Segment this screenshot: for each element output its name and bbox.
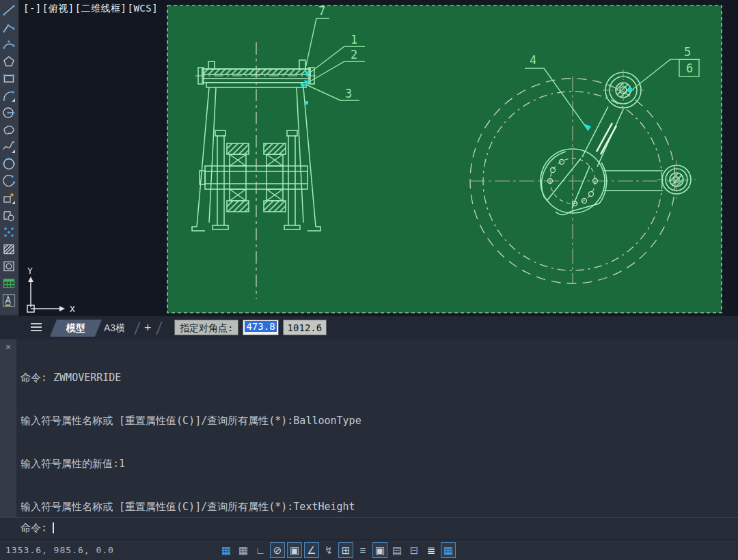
dynamic-input-tooltip: 指定对角点: 473.8 1012.6 <box>174 320 327 335</box>
draw-toolbar <box>0 0 19 316</box>
command-prompt-label: 命令: <box>20 522 47 534</box>
rectangle-tool-icon[interactable] <box>0 70 18 87</box>
command-history-line: 输入符号属性的新值:1 <box>20 457 361 471</box>
layout-tab-bar: 模型 A3横 + 指定对角点: 473.8 1012.6 <box>0 316 738 339</box>
create-block-tool-icon[interactable] <box>0 206 18 223</box>
tab-divider <box>134 322 140 335</box>
arc-continue-tool-icon[interactable] <box>0 87 18 104</box>
balloon-3[interactable]: 3 <box>345 87 352 100</box>
balloon-5[interactable]: 5 <box>684 45 691 59</box>
close-command-panel-icon[interactable]: × <box>0 339 16 352</box>
selection-cycling-icon[interactable]: ⊟ <box>407 542 422 558</box>
command-history-line: 输入符号属性名称或 [重置属性值(C)]/查询所有属性(*):BalloonTy… <box>20 414 361 428</box>
add-layout-button[interactable]: + <box>144 319 152 337</box>
layout-menu-icon[interactable] <box>31 323 42 332</box>
command-panel-strip: × <box>0 339 16 517</box>
quick-properties-icon[interactable]: ▤ <box>390 542 405 558</box>
polygon-tool-icon[interactable] <box>0 53 18 70</box>
workspace-switch-icon[interactable]: ▦ <box>441 542 456 558</box>
command-history-line: 命令: ZWMOVERRIDE <box>20 371 361 385</box>
dynamic-ucs-icon[interactable]: ↯ <box>321 542 336 558</box>
polyline-tool-icon[interactable] <box>0 18 18 36</box>
object-snap-tracking-icon[interactable]: ∠ <box>304 542 319 558</box>
ucs-x-label: X <box>70 304 75 314</box>
polar-tracking-icon[interactable]: ⊘ <box>270 542 285 558</box>
tab-model-label: 模型 <box>53 320 98 337</box>
elliptical-arc-tool-icon[interactable] <box>0 172 18 189</box>
ortho-mode-icon[interactable]: ∟ <box>253 542 268 558</box>
balloon-6[interactable]: 6 <box>686 61 693 75</box>
dynamic-input-prompt: 指定对角点: <box>174 320 238 335</box>
circle-tool-icon[interactable] <box>0 104 18 121</box>
ucs-y-label: Y <box>27 266 33 276</box>
coordinate-readout: 1353.6, 985.6, 0.0 <box>5 545 114 555</box>
arc-tool-icon[interactable] <box>0 36 18 53</box>
multiple-points-tool-icon[interactable] <box>0 223 18 240</box>
hatch-tool-icon[interactable] <box>0 240 18 257</box>
line-tool-icon[interactable] <box>0 1 18 18</box>
viewport-visual-style-control[interactable]: [二维线框] <box>75 3 127 14</box>
tab-divider <box>156 322 162 335</box>
selection-window <box>167 5 722 313</box>
dynamic-input-value-1: 473.8 <box>245 321 276 332</box>
table-tool-icon[interactable] <box>0 275 18 292</box>
tab-a3-layout[interactable]: A3横 <box>104 320 125 337</box>
balloon-7[interactable]: 7 <box>318 4 325 18</box>
status-bar: 1353.6, 985.6, 0.0 ▦ ▦ ∟ ⊘ ▣ ∠ ↯ ⊞ ≡ ▣ ▤… <box>0 540 738 560</box>
viewport-ucs-control[interactable]: [WCS] <box>128 3 159 14</box>
viewport-menu-control[interactable]: [-] <box>23 3 42 14</box>
text-cursor <box>53 522 54 533</box>
donut-tool-icon[interactable] <box>0 257 18 275</box>
dynamic-input-icon[interactable]: ⊞ <box>338 542 353 558</box>
object-snap-icon[interactable]: ▣ <box>287 542 302 558</box>
balloon-4[interactable]: 4 <box>530 53 536 67</box>
viewport-controls: [-][俯视][二维线框][WCS] <box>23 3 159 15</box>
status-toggles: ▦ ▦ ∟ ⊘ ▣ ∠ ↯ ⊞ ≡ ▣ ▤ ⊟ ≣ ▦ <box>219 542 456 558</box>
command-panel: × 命令: ZWMOVERRIDE 输入符号属性名称或 [重置属性值(C)]/查… <box>0 339 738 540</box>
grid-display-icon[interactable]: ▦ <box>219 542 234 558</box>
command-history-line: 输入符号属性名称或 [重置属性值(C)]/查询所有属性(*):TextHeigh… <box>20 500 361 514</box>
dynamic-input-field-2[interactable]: 1012.6 <box>283 320 327 335</box>
ellipse-tool-icon[interactable] <box>0 155 18 172</box>
drawing-area[interactable]: [-][俯视][二维线框][WCS] <box>0 0 738 316</box>
balloon-1[interactable]: 1 <box>351 33 357 46</box>
snap-mode-icon[interactable]: ▦ <box>236 542 251 558</box>
insert-block-tool-icon[interactable] <box>0 189 18 206</box>
tab-model[interactable]: 模型 <box>50 320 102 337</box>
command-input-row[interactable]: 命令: <box>0 517 738 540</box>
lineweight-icon[interactable]: ≡ <box>355 542 370 558</box>
viewport-view-control[interactable]: [俯视] <box>42 3 74 14</box>
balloon-2[interactable]: 2 <box>351 48 357 61</box>
ucs-icon <box>27 277 65 312</box>
model-canvas[interactable]: 7 1 2 3 <box>19 0 738 316</box>
dynamic-input-field-1[interactable]: 473.8 <box>243 320 278 335</box>
spline-tool-icon[interactable] <box>0 138 18 155</box>
text-tool-icon[interactable] <box>0 292 18 309</box>
annotation-scale-icon[interactable]: ≣ <box>424 542 439 558</box>
revision-cloud-tool-icon[interactable] <box>0 121 18 138</box>
transparency-icon[interactable]: ▣ <box>372 542 387 558</box>
